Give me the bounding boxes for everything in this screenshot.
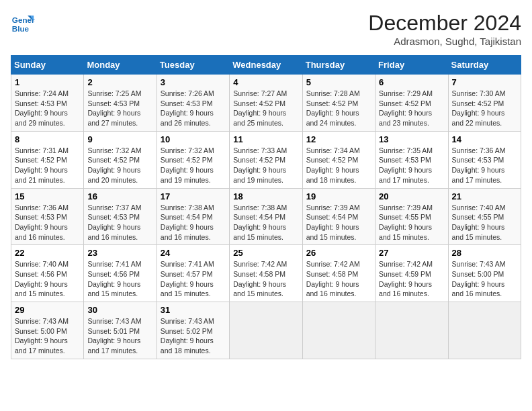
day-number: 3 [161, 77, 226, 87]
daylight-label: Daylight: 9 hours and 17 minutes. [452, 166, 505, 184]
calendar-cell: 16 Sunrise: 7:37 AM Sunset: 4:53 PM Dayl… [84, 188, 157, 245]
calendar-cell: 27 Sunrise: 7:42 AM Sunset: 4:59 PM Dayl… [375, 245, 448, 302]
day-number: 14 [452, 134, 517, 144]
calendar-cell: 20 Sunrise: 7:39 AM Sunset: 4:55 PM Dayl… [375, 188, 448, 245]
sunrise-label: Sunrise: 7:41 AM [87, 260, 141, 268]
calendar-cell: 14 Sunrise: 7:36 AM Sunset: 4:53 PM Dayl… [448, 131, 521, 188]
day-number: 21 [452, 191, 517, 201]
sunset-label: Sunset: 4:54 PM [233, 213, 285, 221]
week-row-3: 15 Sunrise: 7:36 AM Sunset: 4:53 PM Dayl… [11, 188, 521, 245]
calendar-cell: 29 Sunrise: 7:43 AM Sunset: 5:00 PM Dayl… [11, 302, 84, 359]
sunrise-label: Sunrise: 7:39 AM [379, 203, 433, 212]
calendar-table: SundayMondayTuesdayWednesdayThursdayFrid… [11, 55, 521, 359]
sunrise-label: Sunrise: 7:30 AM [452, 89, 506, 97]
calendar-cell: 10 Sunrise: 7:32 AM Sunset: 4:52 PM Dayl… [157, 131, 229, 188]
calendar-cell: 13 Sunrise: 7:35 AM Sunset: 4:53 PM Dayl… [375, 131, 448, 188]
sunrise-label: Sunrise: 7:41 AM [161, 260, 214, 268]
day-number: 26 [306, 248, 371, 258]
sunset-label: Sunset: 4:56 PM [87, 270, 140, 278]
sunrise-label: Sunrise: 7:24 AM [15, 89, 69, 97]
day-info: Sunrise: 7:41 AM Sunset: 4:57 PM Dayligh… [161, 259, 226, 299]
day-number: 5 [306, 77, 371, 87]
sunrise-label: Sunrise: 7:27 AM [233, 89, 287, 97]
sunset-label: Sunset: 4:52 PM [15, 156, 67, 164]
daylight-label: Daylight: 9 hours and 26 minutes. [161, 109, 214, 127]
sunset-label: Sunset: 5:00 PM [15, 327, 67, 335]
day-info: Sunrise: 7:30 AM Sunset: 4:52 PM Dayligh… [452, 89, 517, 128]
sunrise-label: Sunrise: 7:39 AM [306, 203, 360, 212]
sunset-label: Sunset: 4:58 PM [233, 270, 285, 278]
day-info: Sunrise: 7:27 AM Sunset: 4:52 PM Dayligh… [233, 89, 298, 128]
sunset-label: Sunset: 4:54 PM [306, 213, 359, 221]
daylight-label: Daylight: 9 hours and 15 minutes. [87, 280, 140, 298]
day-number: 18 [233, 191, 298, 201]
day-info: Sunrise: 7:43 AM Sunset: 5:02 PM Dayligh… [161, 316, 226, 356]
week-row-1: 1 Sunrise: 7:24 AM Sunset: 4:53 PM Dayli… [11, 75, 521, 132]
week-row-2: 8 Sunrise: 7:31 AM Sunset: 4:52 PM Dayli… [11, 131, 521, 188]
day-info: Sunrise: 7:28 AM Sunset: 4:52 PM Dayligh… [306, 89, 371, 128]
sunset-label: Sunset: 4:53 PM [15, 99, 67, 107]
day-info: Sunrise: 7:40 AM Sunset: 4:56 PM Dayligh… [15, 259, 80, 299]
calendar-cell: 2 Sunrise: 7:25 AM Sunset: 4:53 PM Dayli… [84, 75, 157, 132]
day-info: Sunrise: 7:33 AM Sunset: 4:52 PM Dayligh… [233, 146, 298, 185]
sunrise-label: Sunrise: 7:32 AM [161, 146, 214, 154]
day-info: Sunrise: 7:35 AM Sunset: 4:53 PM Dayligh… [379, 146, 444, 185]
day-number: 16 [87, 191, 152, 201]
calendar-cell: 12 Sunrise: 7:34 AM Sunset: 4:52 PM Dayl… [302, 131, 375, 188]
day-number: 29 [15, 305, 80, 315]
sunrise-label: Sunrise: 7:43 AM [87, 317, 141, 325]
day-number: 11 [233, 134, 298, 144]
daylight-label: Daylight: 9 hours and 16 minutes. [379, 280, 432, 298]
calendar-cell: 8 Sunrise: 7:31 AM Sunset: 4:52 PM Dayli… [11, 131, 84, 188]
day-number: 19 [306, 191, 371, 201]
sunrise-label: Sunrise: 7:35 AM [379, 146, 433, 154]
day-number: 2 [87, 77, 152, 87]
day-info: Sunrise: 7:39 AM Sunset: 4:54 PM Dayligh… [306, 203, 371, 242]
sunset-label: Sunset: 5:00 PM [452, 270, 504, 278]
daylight-label: Daylight: 9 hours and 17 minutes. [15, 336, 68, 355]
sunrise-label: Sunrise: 7:33 AM [233, 146, 287, 154]
calendar-cell: 21 Sunrise: 7:40 AM Sunset: 4:55 PM Dayl… [448, 188, 521, 245]
sunrise-label: Sunrise: 7:43 AM [161, 317, 214, 325]
day-info: Sunrise: 7:36 AM Sunset: 4:53 PM Dayligh… [15, 203, 80, 242]
calendar-cell: 19 Sunrise: 7:39 AM Sunset: 4:54 PM Dayl… [302, 188, 375, 245]
sunrise-label: Sunrise: 7:40 AM [15, 260, 69, 268]
sunrise-label: Sunrise: 7:28 AM [306, 89, 360, 97]
sunset-label: Sunset: 5:01 PM [87, 327, 140, 335]
day-info: Sunrise: 7:32 AM Sunset: 4:52 PM Dayligh… [87, 146, 152, 185]
day-number: 23 [87, 248, 152, 258]
sunrise-label: Sunrise: 7:43 AM [15, 317, 69, 325]
calendar-cell: 28 Sunrise: 7:43 AM Sunset: 5:00 PM Dayl… [448, 245, 521, 302]
calendar-cell: 1 Sunrise: 7:24 AM Sunset: 4:53 PM Dayli… [11, 75, 84, 132]
day-info: Sunrise: 7:29 AM Sunset: 4:52 PM Dayligh… [379, 89, 444, 128]
calendar-cell: 24 Sunrise: 7:41 AM Sunset: 4:57 PM Dayl… [157, 245, 229, 302]
daylight-label: Daylight: 9 hours and 17 minutes. [379, 166, 432, 184]
calendar-cell: 23 Sunrise: 7:41 AM Sunset: 4:56 PM Dayl… [84, 245, 157, 302]
sunset-label: Sunset: 4:52 PM [87, 156, 140, 164]
day-number: 12 [306, 134, 371, 144]
day-info: Sunrise: 7:25 AM Sunset: 4:53 PM Dayligh… [87, 89, 152, 128]
column-header-wednesday: Wednesday [230, 56, 302, 75]
calendar-cell: 15 Sunrise: 7:36 AM Sunset: 4:53 PM Dayl… [11, 188, 84, 245]
day-info: Sunrise: 7:42 AM Sunset: 4:58 PM Dayligh… [233, 259, 298, 299]
day-info: Sunrise: 7:39 AM Sunset: 4:55 PM Dayligh… [379, 203, 444, 242]
daylight-label: Daylight: 9 hours and 16 minutes. [87, 223, 140, 241]
sunset-label: Sunset: 4:52 PM [161, 156, 213, 164]
sunset-label: Sunset: 5:02 PM [161, 327, 213, 335]
sunset-label: Sunset: 4:52 PM [233, 156, 285, 164]
daylight-label: Daylight: 9 hours and 22 minutes. [452, 109, 505, 127]
calendar-cell: 6 Sunrise: 7:29 AM Sunset: 4:52 PM Dayli… [375, 75, 448, 132]
day-number: 8 [15, 134, 80, 144]
daylight-label: Daylight: 9 hours and 15 minutes. [15, 280, 68, 298]
sunset-label: Sunset: 4:53 PM [161, 99, 213, 107]
day-info: Sunrise: 7:32 AM Sunset: 4:52 PM Dayligh… [161, 146, 226, 185]
sunrise-label: Sunrise: 7:42 AM [306, 260, 360, 268]
svg-text:Blue: Blue [12, 24, 30, 33]
calendar-cell [302, 302, 375, 359]
calendar-cell: 22 Sunrise: 7:40 AM Sunset: 4:56 PM Dayl… [11, 245, 84, 302]
sunrise-label: Sunrise: 7:25 AM [87, 89, 141, 97]
daylight-label: Daylight: 9 hours and 23 minutes. [379, 109, 432, 127]
day-number: 10 [161, 134, 226, 144]
daylight-label: Daylight: 9 hours and 16 minutes. [452, 280, 505, 298]
sunrise-label: Sunrise: 7:42 AM [379, 260, 433, 268]
